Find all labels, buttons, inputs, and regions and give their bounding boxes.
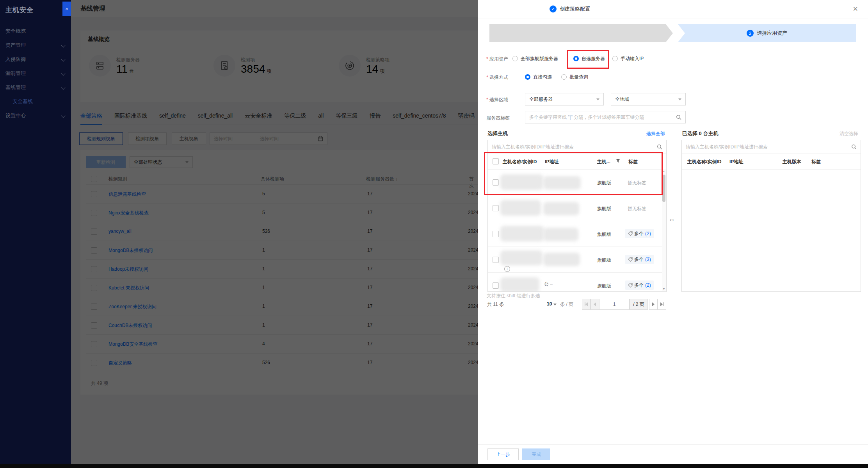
- method-label: 选择方式: [486, 74, 508, 81]
- sidebar-item-baseline[interactable]: 基线管理: [0, 80, 71, 95]
- redacted-host-name: [500, 277, 539, 292]
- chevron-down-icon: [61, 113, 65, 118]
- sidebar-collapse-button[interactable]: «: [62, 2, 71, 16]
- sidebar-item-vuln[interactable]: 漏洞管理: [0, 66, 71, 80]
- chevron-down-icon: [61, 71, 65, 75]
- prev-page-button[interactable]: [591, 299, 599, 310]
- scrollbar-thumb[interactable]: [662, 175, 665, 202]
- sidebar-item-settings[interactable]: 设置中心: [0, 109, 71, 123]
- select-all-link[interactable]: 选择全部: [646, 130, 665, 137]
- radio-all-flagship[interactable]: 全部旗舰版服务器: [512, 55, 558, 62]
- step-2-number: 2: [747, 30, 754, 37]
- redacted-host-ip: [543, 253, 580, 266]
- row-checkbox[interactable]: [493, 257, 499, 263]
- add-policy-drawer: ← 新增策略 × ✓ 创建策略配置 2 选择应用资产 应用资产 全部旗舰版服务器…: [478, 0, 868, 468]
- radio-icon: [612, 56, 618, 61]
- total-count: 共 11 条: [487, 301, 504, 308]
- tag-multi-badge[interactable]: 多个(3): [625, 255, 654, 264]
- search-icon: [657, 144, 662, 150]
- previous-step-button[interactable]: 上一步: [487, 448, 519, 460]
- row-checkbox[interactable]: [493, 282, 499, 289]
- page-total: / 2 页: [630, 299, 648, 310]
- sidebar-item-intrusion[interactable]: 入侵防御: [0, 52, 71, 66]
- row-checkbox[interactable]: [493, 179, 499, 186]
- radio-batch-query[interactable]: 批量查询: [561, 74, 588, 80]
- redacted-host-ip: [543, 176, 581, 189]
- modal-mask: [71, 0, 478, 468]
- tag-icon: [628, 283, 633, 288]
- search-icon: [676, 114, 681, 120]
- asset-label: 应用资产: [486, 56, 508, 63]
- radio-custom-servers[interactable]: 自选服务器: [573, 55, 605, 62]
- transfer-arrows-icon: ↔: [668, 215, 675, 223]
- pagination: 1 / 2 页: [582, 299, 666, 310]
- select-page-checkbox[interactable]: [493, 158, 499, 164]
- radio-direct-check[interactable]: 直接勾选: [525, 74, 552, 80]
- bottom-screen-edge: [0, 464, 868, 468]
- redacted-host-name: [500, 200, 541, 216]
- sidebar-item-overview[interactable]: 安全概览: [0, 24, 71, 38]
- host-row[interactable]: 旗舰版 多个(2): [488, 221, 666, 247]
- chevron-down-icon: [596, 98, 599, 100]
- sidebar-item-security-baseline[interactable]: 安全基线: [0, 95, 71, 109]
- tag-multi-badge[interactable]: 多个(2): [625, 229, 654, 238]
- ip-note: 公 –: [544, 281, 553, 288]
- host-search-input[interactable]: 请输入主机名称/实例ID/IP地址进行搜索: [488, 140, 666, 154]
- clear-selection-link[interactable]: 清空选择: [840, 130, 858, 137]
- next-page-button[interactable]: [649, 299, 658, 310]
- scroll-down-icon[interactable]: ▼: [662, 288, 666, 290]
- host-row[interactable]: 公 – 旗舰版 多个(2): [488, 272, 666, 292]
- first-page-button[interactable]: [582, 299, 591, 310]
- step-check-icon: ✓: [550, 5, 557, 13]
- radio-icon: [561, 74, 567, 80]
- selected-search-input[interactable]: 请输入主机名称/实例ID/IP地址进行搜索: [682, 140, 861, 154]
- drawer-footer: 上一步 完成: [478, 444, 868, 464]
- host-row[interactable]: i 旗舰版 多个(3): [488, 247, 666, 273]
- host-row[interactable]: 旗舰版 暂无标签: [488, 195, 666, 221]
- close-icon[interactable]: ×: [853, 4, 858, 14]
- page-size-select[interactable]: 10: [547, 301, 557, 307]
- finish-button-disabled[interactable]: 完成: [522, 448, 550, 460]
- info-icon: i: [504, 266, 510, 272]
- redacted-host-ip: [543, 202, 579, 215]
- multi-select-hint: 支持按住 shift 键进行多选: [487, 293, 540, 299]
- region-select[interactable]: 全地域: [611, 93, 686, 105]
- server-tag-label: 服务器标签: [486, 115, 510, 121]
- step-1-shape: [489, 24, 673, 42]
- step-2-select-assets: 2 选择应用资产: [678, 24, 856, 42]
- radio-icon: [512, 56, 518, 61]
- selected-list-header: 主机名称/实例ID IP地址 主机版本 标签: [682, 154, 861, 170]
- chevron-down-icon: [61, 85, 65, 89]
- host-version-filter[interactable]: 主机...: [597, 159, 610, 165]
- filter-funnel-icon[interactable]: [616, 159, 620, 163]
- tag-icon: [628, 257, 633, 262]
- row-checkbox[interactable]: [493, 231, 499, 237]
- selected-host-title: 已选择 0 台主机: [682, 130, 718, 137]
- scroll-up-icon[interactable]: ▲: [662, 170, 666, 173]
- chevron-down-icon: [61, 43, 65, 47]
- redacted-host-name: [500, 174, 543, 190]
- radio-checked-icon: [573, 56, 579, 61]
- select-host-title: 选择主机: [487, 130, 508, 137]
- last-page-button[interactable]: [658, 299, 666, 310]
- radio-manual-ip[interactable]: 手动输入IP: [612, 55, 644, 62]
- redacted-host-name: [500, 250, 542, 265]
- scrollbar[interactable]: ▲ ▼: [662, 169, 666, 291]
- page-input[interactable]: 1: [599, 299, 630, 310]
- chevron-down-icon: [678, 98, 681, 100]
- row-checkbox[interactable]: [493, 205, 499, 211]
- redacted-host-name: [500, 226, 544, 241]
- host-selected-list: 请输入主机名称/实例ID/IP地址进行搜索 主机名称/实例ID IP地址 主机版…: [681, 140, 861, 292]
- host-row[interactable]: 旗舰版 暂无标签: [488, 169, 666, 195]
- radio-checked-icon: [525, 74, 530, 80]
- tag-icon: [628, 231, 633, 236]
- sidebar-item-assets[interactable]: 资产管理: [0, 38, 71, 52]
- server-tag-input[interactable]: 多个关键字用竖线 "|" 分隔，多个过滤标签用回车键分隔: [525, 111, 686, 123]
- region-label: 选择区域: [486, 96, 508, 103]
- sidebar: 主机安全 « 安全概览 资产管理 入侵防御 漏洞管理 基线管理 安全基线 设置中…: [0, 0, 71, 468]
- redacted-host-ip: [543, 228, 578, 241]
- tag-multi-badge[interactable]: 多个(2): [625, 280, 654, 290]
- search-icon: [851, 144, 857, 150]
- server-scope-select[interactable]: 全部服务器: [525, 93, 604, 105]
- step-1-create-policy: ✓ 创建策略配置: [478, 0, 661, 18]
